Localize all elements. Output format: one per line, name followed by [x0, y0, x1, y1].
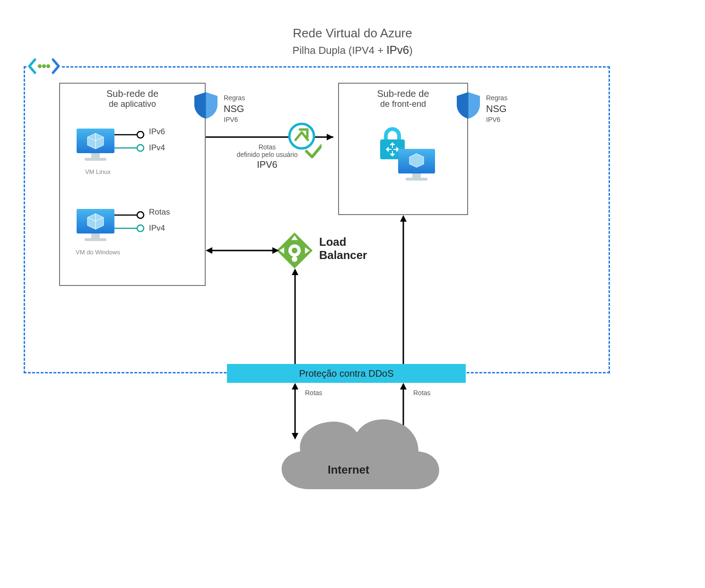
arrow-ddos-to-lb [290, 268, 300, 365]
svg-rect-26 [412, 173, 421, 178]
svg-point-11 [137, 145, 144, 151]
internet-label: Internet [328, 463, 369, 476]
svg-marker-30 [327, 134, 333, 140]
frontend-subnet-box: Sub-rede de de front-end [338, 83, 468, 215]
shield-icon [193, 91, 219, 120]
rotas-left-label: Rotas [305, 389, 322, 397]
nsg-sub: IPV6 [486, 116, 500, 123]
vm-linux-port-ipv6-label: IPv6 [149, 127, 165, 137]
arrow-app-to-fe [206, 132, 343, 142]
vm-windows-block: Rotas IPv4 VM do Windows [74, 207, 192, 256]
svg-point-19 [137, 225, 144, 232]
nsg-main: NSG [486, 103, 507, 115]
route-small1: Rotas [259, 143, 276, 151]
diagram-subtitle: Pilha Dupla (IPV4 + IPv6) [0, 43, 705, 57]
fe-subnet-line2: de front-end [339, 99, 467, 109]
vm-linux-ports [114, 131, 152, 155]
nat-lock-icon [370, 121, 441, 188]
nsg-label-fe: Regras NSG IPV6 [486, 94, 507, 124]
svg-marker-40 [206, 247, 212, 254]
vm-windows-port-ipv4-label: IPv4 [149, 224, 165, 233]
vm-windows-caption: VM do Windows [70, 249, 126, 256]
nsg-small: Regras [224, 94, 245, 102]
nsg-sub: IPV6 [224, 116, 238, 123]
application-subnet-box: Sub-rede de de aplicativo IPv6 IPv4 [59, 83, 206, 286]
load-balancer-label: Load Balancer [319, 235, 367, 261]
subtitle-suffix: ) [409, 44, 412, 56]
rotas-right-label: Rotas [413, 389, 431, 397]
route-label: Rotas definido pelo usuário IPV6 [236, 143, 298, 170]
arrow-ddos-to-fe [399, 215, 408, 365]
vnet-peering-icon [27, 56, 61, 77]
load-balancer-icon [276, 232, 313, 269]
svg-marker-50 [400, 383, 407, 389]
svg-marker-45 [292, 268, 298, 275]
vm-linux-caption: VM Linux [70, 168, 126, 175]
lb-line2: Balancer [319, 249, 367, 261]
ddos-protection-bar: Proteção contra DDoS [227, 364, 466, 383]
svg-rect-5 [91, 153, 100, 158]
lb-line1: Load [319, 235, 346, 248]
svg-rect-27 [406, 178, 427, 181]
internet-cloud-icon [258, 404, 447, 513]
vm-linux-block: IPv6 IPv4 VM Linux [74, 126, 192, 175]
ddos-label: Proteção contra DDoS [299, 368, 393, 379]
svg-marker-41 [272, 247, 279, 254]
arrow-app-lb [206, 246, 279, 255]
svg-point-9 [137, 131, 144, 138]
subtitle-prefix: Pilha Dupla (IPV4 + [292, 44, 386, 56]
nsg-main: NSG [224, 103, 245, 115]
svg-marker-43 [400, 215, 407, 222]
svg-marker-28 [409, 154, 424, 167]
vm-windows-ports [114, 211, 152, 235]
vm-linux-port-ipv4-label: IPv4 [149, 143, 165, 153]
svg-point-3 [46, 64, 50, 68]
vm-windows-port-rotas-label: Rotas [149, 208, 170, 217]
nsg-small: Regras [486, 94, 507, 102]
svg-point-35 [292, 256, 297, 262]
diagram-title: Rede Virtual do Azure [0, 26, 705, 41]
nsg-label-app: Regras NSG IPV6 [224, 94, 245, 124]
route-small2: definido pelo usuário [236, 151, 297, 158]
app-subnet-line1: Sub-rede de [60, 88, 205, 99]
svg-point-2 [42, 64, 46, 68]
svg-point-1 [38, 64, 42, 68]
svg-marker-47 [292, 383, 298, 389]
route-main: IPV6 [236, 159, 298, 170]
svg-point-34 [292, 248, 297, 253]
svg-rect-14 [85, 238, 106, 241]
subtitle-ipv6: IPv6 [386, 43, 409, 56]
app-subnet-line2: de aplicativo [60, 99, 205, 109]
svg-point-17 [137, 212, 144, 218]
svg-rect-6 [85, 158, 106, 161]
fe-subnet-line1: Sub-rede de [339, 88, 467, 99]
shield-icon [455, 91, 481, 120]
svg-rect-13 [91, 233, 100, 238]
